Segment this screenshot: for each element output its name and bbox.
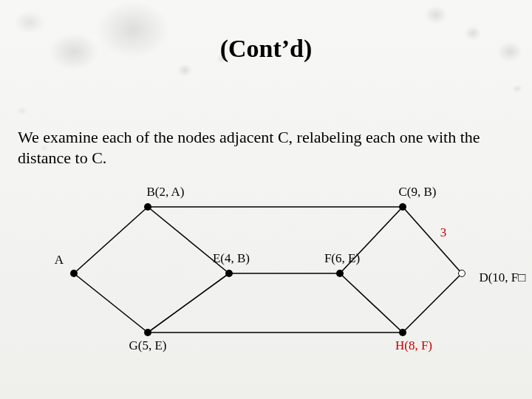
- svg-line-4: [148, 273, 229, 332]
- graph-label-B: B(2, A): [147, 185, 185, 200]
- graph-label-C: C(9, B): [399, 185, 437, 200]
- graph-label-F: F(6, E): [324, 251, 360, 266]
- graph-label-E: E(4, B): [213, 251, 250, 266]
- graph-edge-weight-CD: 3: [440, 225, 447, 240]
- svg-line-0: [74, 207, 148, 273]
- graph-node-H: [399, 329, 406, 336]
- graph-node-A: [70, 270, 78, 277]
- svg-line-1: [74, 273, 148, 332]
- graph-node-D: [458, 270, 466, 277]
- graph-node-E: [225, 270, 233, 277]
- graph-label-G: G(5, E): [129, 338, 167, 353]
- graph-label-H: H(8, F): [395, 338, 432, 353]
- graph-node-F: [336, 270, 344, 277]
- graph-diagram: A B(2, A) C(9, B) D(10, F□ E(4, B) F(6, …: [0, 0, 532, 399]
- svg-line-9: [403, 273, 462, 332]
- graph-node-C: [399, 203, 406, 211]
- graph-edges: [0, 0, 532, 399]
- graph-node-G: [144, 329, 151, 336]
- graph-label-A: A: [55, 253, 64, 267]
- graph-label-D: D(10, F□: [479, 270, 525, 285]
- svg-line-8: [340, 273, 403, 332]
- svg-line-10: [403, 207, 462, 273]
- graph-node-B: [144, 203, 151, 211]
